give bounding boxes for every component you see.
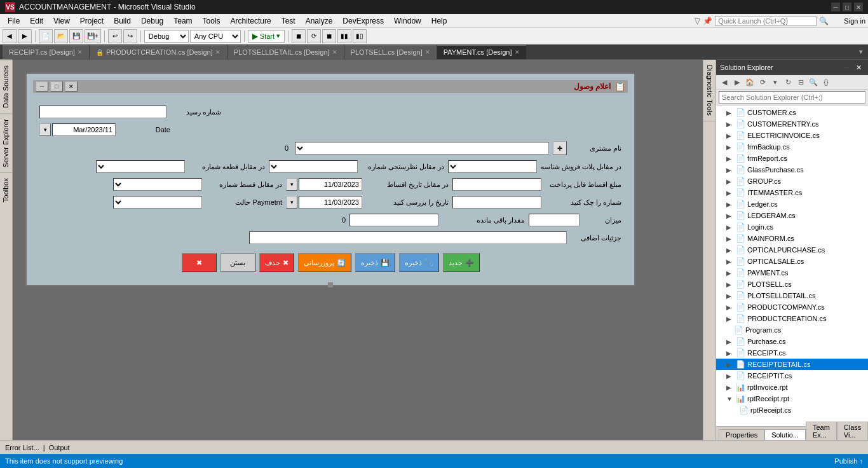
sidebar-tab-toolbox[interactable]: Toolbox <box>0 172 12 207</box>
extra-field-input[interactable] <box>529 214 580 226</box>
se-search-input[interactable] <box>719 91 865 104</box>
se-file-RECEIPT[interactable]: ▶ 📄 RECEIPT.cs <box>716 347 868 359</box>
additional-details-input[interactable] <box>249 231 567 244</box>
sidebar-tab-diagnostics[interactable]: Diagnostic Tools <box>703 60 715 121</box>
installment-amount-input[interactable] <box>452 178 541 191</box>
sidebar-tab-serverexplorer[interactable]: Server Explorer <box>0 113 12 172</box>
quick-launch-input[interactable] <box>715 16 817 26</box>
plot-number-select[interactable] <box>96 160 185 173</box>
tab-properties[interactable]: Properties <box>719 429 764 440</box>
tab-plotsell[interactable]: PLOTSELL.cs [Design] ✕ <box>344 45 437 59</box>
se-file-rptInvoice[interactable]: ▶ 📊 rptInvoice.rpt <box>716 382 868 393</box>
tab-close-plotsell[interactable]: ✕ <box>425 49 430 55</box>
se-file-CUSTOMERENTRY[interactable]: ▶ 📄 CUSTOMERENTRY.cs <box>716 118 868 130</box>
tab-overflow-button[interactable]: ▾ <box>857 48 865 56</box>
se-file-GlassPurchase[interactable]: ▶ 📄 GlassPurchase.cs <box>716 164 868 176</box>
menu-help[interactable]: Help <box>426 15 452 27</box>
menu-architecture[interactable]: Architecture <box>226 15 276 27</box>
tab-plotselldetail[interactable]: PLOTSELLDETAIL.cs [Design] ✕ <box>227 45 344 59</box>
tab-close-productcreation[interactable]: ✕ <box>215 49 220 55</box>
date-picker-button[interactable]: ▾ <box>39 123 51 136</box>
installment-status-select[interactable] <box>113 178 202 191</box>
menu-build[interactable]: Build <box>109 15 136 27</box>
resize-handle[interactable] <box>328 282 333 287</box>
se-file-frmBackup[interactable]: ▶ 📄 frmBackup.cs <box>716 141 868 153</box>
forward-button[interactable]: ▶ <box>18 29 32 43</box>
tb-extra3[interactable]: ◼ <box>322 29 336 43</box>
tab-payment[interactable]: PAYMENT.cs [Design] ✕ <box>437 45 526 59</box>
se-file-ELECTRICINVOICE[interactable]: ▶ 📄 ELECTRICINVOICE.cs <box>716 130 868 141</box>
installment-date-input[interactable] <box>299 178 362 191</box>
tab-close-payment[interactable]: ✕ <box>515 49 520 55</box>
se-close-button[interactable]: ✕ <box>853 62 864 73</box>
se-back-button[interactable]: ◀ <box>719 76 730 88</box>
se-file-rptReceiptCs[interactable]: 📄 rptReceipt.cs <box>716 404 868 416</box>
tab-classview[interactable]: Class Vi... <box>837 422 868 440</box>
save-all-button[interactable]: 💾+ <box>85 29 101 43</box>
menu-project[interactable]: Project <box>75 15 109 27</box>
se-file-RECEIPTIT[interactable]: ▶ 📄 RECEIPTIT.cs <box>716 370 868 382</box>
se-file-frmReport[interactable]: ▶ 📄 frmReport.cs <box>716 153 868 164</box>
save-button[interactable]: 💾 <box>69 29 83 43</box>
menu-test[interactable]: Test <box>276 15 301 27</box>
se-file-RECEIPTDETAIL[interactable]: ▶ 📄 RECEIPTDETAIL.cs <box>716 359 868 370</box>
x-close-button[interactable]: ✖ <box>182 253 217 272</box>
check-date-picker[interactable]: ▾ <box>286 196 297 209</box>
open-button[interactable]: 📂 <box>54 29 68 43</box>
error-list-tab[interactable]: Error List... <box>5 444 39 451</box>
se-file-Login[interactable]: ▶ 📄 Login.cs <box>716 221 868 233</box>
menu-edit[interactable]: Edit <box>25 15 48 27</box>
close-form-button[interactable]: بستن <box>220 253 255 272</box>
start-button[interactable]: ▶ Start ▾ <box>248 30 285 43</box>
tab-close-plotselldetail[interactable]: ✕ <box>332 49 337 55</box>
attach-button[interactable]: 📎 ذخیره <box>399 253 439 272</box>
sales-plate-select[interactable] <box>448 160 537 173</box>
tb-extra1[interactable]: ◼ <box>292 29 306 43</box>
tab-solution[interactable]: Solutio... <box>764 429 806 440</box>
remaining-input[interactable] <box>349 214 438 226</box>
se-file-Program[interactable]: 📄 Program.cs <box>716 324 868 336</box>
se-file-PLOTSELLDETAIL[interactable]: ▶ 📄 PLOTSELLDETAIL.cs <box>716 290 868 301</box>
se-file-PAYMENT[interactable]: ▶ 📄 PAYMENT.cs <box>716 267 868 279</box>
menu-debug[interactable]: Debug <box>136 15 168 27</box>
restore-button[interactable]: □ <box>843 3 851 11</box>
tab-close-receipt[interactable]: ✕ <box>78 49 83 55</box>
menu-view[interactable]: View <box>48 15 75 27</box>
se-file-MAINFORM[interactable]: ▶ 📄 MAINFORM.cs <box>716 233 868 244</box>
menu-analyze[interactable]: Analyze <box>301 15 338 27</box>
output-tab[interactable]: Output <box>49 444 70 451</box>
se-home-button[interactable]: 🏠 <box>744 76 756 88</box>
se-file-LEDGERAM[interactable]: ▶ 📄 LEDGERAM.cs <box>716 210 868 221</box>
cpu-mode-select[interactable]: Any CPU <box>190 30 241 43</box>
date-input[interactable] <box>52 123 116 136</box>
se-file-GROUP[interactable]: ▶ 📄 GROUP.cs <box>716 176 868 187</box>
se-code-button[interactable]: {} <box>820 76 832 88</box>
close-button[interactable]: ✕ <box>854 3 863 11</box>
menu-tools[interactable]: Tools <box>198 15 226 27</box>
se-tb5[interactable]: ▾ <box>770 76 781 88</box>
se-file-PRODUCTCOMPANY[interactable]: ▶ 📄 PRODUCTCOMPANY.cs <box>716 301 868 313</box>
receipt-number-input[interactable] <box>39 106 166 118</box>
undo-button[interactable]: ↩ <box>108 29 122 43</box>
tab-productcreation[interactable]: 🔒 PRODUCTCREATION.cs [Design] ✕ <box>90 45 227 59</box>
cheque-number-input[interactable] <box>452 196 541 209</box>
form-minimize-button[interactable]: ─ <box>36 81 48 92</box>
menu-team[interactable]: Team <box>168 15 197 27</box>
payment-status-select[interactable] <box>113 196 202 209</box>
form-restore-button[interactable]: □ <box>50 81 63 92</box>
new-project-button[interactable]: 📄 <box>39 29 53 43</box>
se-refresh-button[interactable]: ↻ <box>782 76 794 88</box>
customer-plus-button[interactable]: + <box>553 141 567 155</box>
new-button[interactable]: ➕ جدید <box>443 253 480 272</box>
check-number-select[interactable] <box>269 160 358 173</box>
se-file-CUSTOMER[interactable]: ▶ 📄 CUSTOMER.cs <box>716 107 868 118</box>
debug-mode-select[interactable]: Debug <box>144 30 189 43</box>
signin-label[interactable]: Sign in <box>844 17 865 25</box>
se-file-OPTICALSALE[interactable]: ▶ 📄 OPTICALSALE.cs <box>716 256 868 267</box>
tb-extra5[interactable]: ▮▯ <box>353 29 367 43</box>
sidebar-tab-datasources[interactable]: Data Sources <box>0 60 12 113</box>
tb-extra2[interactable]: ⟳ <box>307 29 321 43</box>
delete-button[interactable]: ✖ حذف <box>259 253 294 272</box>
se-file-Ledger[interactable]: ▶ 📄 Ledger.cs <box>716 198 868 210</box>
se-filter-button[interactable]: 🔍 <box>808 76 819 88</box>
